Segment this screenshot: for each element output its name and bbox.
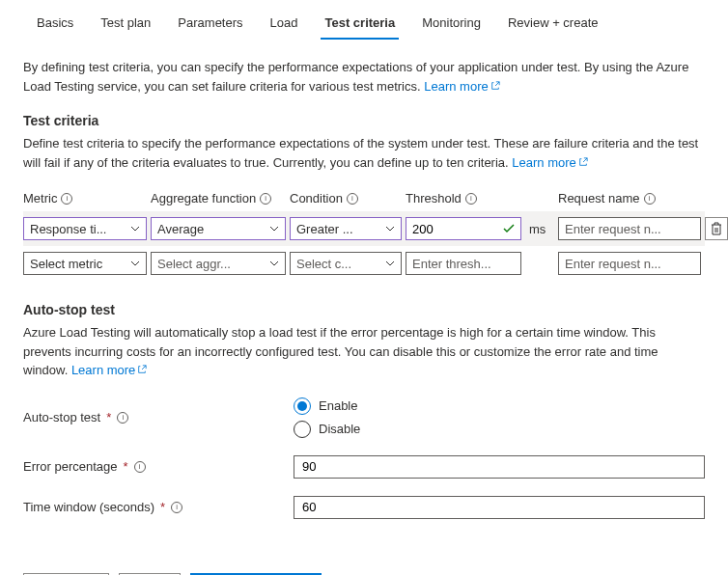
criteria-section-desc: Define test criteria to specify the perf… (23, 134, 705, 172)
chevron-down-icon (130, 260, 140, 266)
criteria-table: Metric i Aggregate function i Condition … (23, 185, 705, 281)
col-request-name: Request name i (558, 191, 701, 205)
info-icon[interactable]: i (61, 193, 72, 205)
condition-dropdown[interactable]: Select c... (290, 252, 402, 275)
threshold-unit: ms (525, 222, 554, 236)
intro-learn-more-link[interactable]: Learn more (424, 79, 499, 94)
check-icon (503, 224, 515, 233)
metric-dropdown[interactable]: Select metric (23, 252, 147, 275)
autostop-enable-radio[interactable]: Enable (294, 397, 360, 415)
chevron-down-icon (269, 260, 279, 266)
radio-icon (294, 397, 311, 415)
trash-icon (711, 222, 722, 235)
threshold-input[interactable] (406, 217, 521, 240)
info-icon[interactable]: i (465, 193, 477, 205)
autostop-section-title: Auto-stop test (23, 302, 705, 317)
info-icon[interactable]: i (260, 193, 271, 205)
tab-test-criteria[interactable]: Test criteria (311, 10, 408, 40)
condition-dropdown[interactable]: Greater ... (290, 217, 402, 240)
intro-text: By defining test criteria, you can speci… (23, 58, 705, 96)
info-icon[interactable]: i (134, 461, 146, 473)
tab-test-plan[interactable]: Test plan (87, 10, 164, 40)
col-condition: Condition i (290, 191, 402, 205)
info-icon[interactable]: i (117, 412, 128, 424)
radio-icon (294, 421, 311, 438)
tab-basics[interactable]: Basics (23, 10, 87, 40)
info-icon[interactable]: i (171, 502, 182, 513)
tab-parameters[interactable]: Parameters (164, 10, 256, 40)
error-percentage-label: Error percentage * i (23, 459, 294, 474)
time-window-label: Time window (seconds) * i (23, 500, 294, 514)
chevron-down-icon (130, 226, 140, 232)
error-percentage-input[interactable] (294, 455, 705, 479)
wizard-tabs: Basics Test plan Parameters Load Test cr… (23, 0, 705, 41)
info-icon[interactable]: i (644, 193, 656, 205)
col-threshold: Threshold i (406, 191, 521, 205)
aggregate-dropdown[interactable]: Average (151, 217, 286, 240)
tab-review-create[interactable]: Review + create (494, 10, 612, 40)
chevron-down-icon (269, 226, 279, 232)
aggregate-dropdown[interactable]: Select aggr... (151, 252, 286, 275)
autostop-learn-more-link[interactable]: Learn more (71, 363, 147, 377)
info-icon[interactable]: i (347, 193, 358, 205)
delete-row-button[interactable] (705, 217, 728, 240)
criteria-learn-more-link[interactable]: Learn more (512, 155, 587, 170)
autostop-label: Auto-stop test * i (23, 410, 294, 424)
autostop-section-desc: Azure Load Testing will automatically st… (23, 323, 705, 380)
tab-load[interactable]: Load (257, 10, 312, 40)
metric-dropdown[interactable]: Response ti... (23, 217, 147, 240)
chevron-down-icon (385, 260, 395, 266)
external-link-icon (137, 365, 147, 374)
tab-monitoring[interactable]: Monitoring (408, 10, 494, 40)
external-link-icon (578, 157, 588, 167)
criteria-section-title: Test criteria (23, 113, 705, 128)
autostop-disable-radio[interactable]: Disable (294, 421, 360, 438)
threshold-input[interactable] (406, 252, 521, 275)
criteria-row-blank: Select metric Select aggr... Select c... (23, 246, 705, 281)
request-name-input[interactable] (558, 252, 701, 275)
chevron-down-icon (385, 226, 395, 232)
external-link-icon (490, 81, 500, 91)
col-metric: Metric i (23, 191, 147, 205)
col-aggregate: Aggregate function i (151, 191, 286, 205)
time-window-input[interactable] (294, 496, 705, 519)
criteria-row: Response ti... Average Greater ... ms (23, 211, 705, 246)
request-name-input[interactable] (558, 217, 701, 240)
